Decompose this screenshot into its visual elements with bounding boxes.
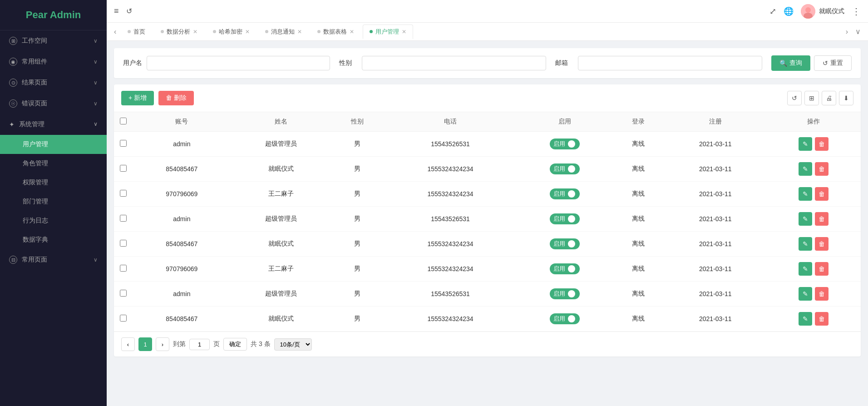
edit-button[interactable]: ✎: [799, 137, 812, 151]
goto-page-input[interactable]: [189, 339, 210, 350]
page-size-select[interactable]: 10条/页 20条/页 50条/页: [274, 338, 312, 351]
add-button[interactable]: + 新增: [121, 91, 154, 105]
sidebar-item-error-pages[interactable]: ☉ 错误页面 ∨: [0, 93, 107, 114]
row-name: 超级管理员: [232, 132, 331, 157]
goto-confirm-button[interactable]: 确定: [223, 338, 247, 351]
sidebar-item-result-pages[interactable]: ⊙ 结果页面 ∨: [0, 72, 107, 93]
row-checkbox[interactable]: [120, 215, 127, 222]
tab-label: 消息通知: [271, 28, 295, 36]
sidebar-item-user-management[interactable]: 用户管理: [0, 135, 107, 154]
tab-data-table[interactable]: 数据表格 ✕: [311, 25, 361, 39]
tab-close-button[interactable]: ✕: [193, 29, 197, 35]
email-input[interactable]: [578, 56, 762, 70]
tab-message-notify[interactable]: 消息通知 ✕: [258, 25, 309, 39]
fullscreen-button[interactable]: ⤢: [769, 6, 776, 16]
globe-button[interactable]: 🌐: [784, 6, 794, 16]
sidebar-item-common-components[interactable]: ◉ 常用组件 ∨: [0, 51, 107, 72]
delete-button[interactable]: 🗑: [815, 287, 829, 301]
row-name: 王二麻子: [232, 182, 331, 207]
delete-button[interactable]: 🗑: [815, 137, 829, 151]
username-input[interactable]: [147, 56, 330, 70]
status-label: 启用: [553, 140, 565, 148]
row-gender: 男: [330, 132, 384, 157]
tabs-prev-button[interactable]: ‹: [110, 28, 120, 36]
pagination-prev-button[interactable]: ‹: [121, 337, 135, 351]
more-options-button[interactable]: ⋮: [852, 6, 861, 17]
user-menu[interactable]: 就眠仪式: [801, 4, 844, 19]
menu-toggle-button[interactable]: ≡: [114, 6, 119, 16]
row-checkbox[interactable]: [120, 165, 127, 172]
status-toggle[interactable]: 启用: [550, 238, 580, 249]
data-table: 账号 姓名 性别 电话 启用 登录 注册 操作 admin 超级管理员 男: [114, 112, 861, 332]
refresh-table-button[interactable]: ↺: [787, 91, 802, 105]
delete-button[interactable]: 🗑: [815, 262, 829, 276]
row-checkbox[interactable]: [120, 290, 127, 297]
row-checkbox[interactable]: [120, 190, 127, 197]
print-button[interactable]: 🖨: [822, 91, 836, 105]
column-settings-button[interactable]: ⊞: [804, 91, 819, 105]
tab-close-button[interactable]: ✕: [402, 29, 406, 35]
edit-button[interactable]: ✎: [799, 162, 812, 176]
edit-button[interactable]: ✎: [799, 262, 812, 276]
status-toggle[interactable]: 启用: [550, 139, 580, 149]
sidebar-item-workspace[interactable]: ⊞ 工作空间 ∨: [0, 30, 107, 51]
col-gender: 性别: [330, 112, 384, 132]
row-login: 离线: [612, 257, 665, 282]
edit-button[interactable]: ✎: [799, 287, 812, 301]
search-button[interactable]: 🔍 查询: [771, 55, 810, 71]
tab-hash-encrypt[interactable]: 哈希加密 ✕: [206, 25, 256, 39]
export-button[interactable]: ⬇: [839, 91, 853, 105]
row-gender: 男: [330, 257, 384, 282]
search-icon: 🔍: [779, 59, 787, 67]
sidebar-logo: Pear Admin: [0, 0, 107, 30]
tab-data-analysis[interactable]: 数据分析 ✕: [154, 25, 204, 39]
row-checkbox[interactable]: [120, 265, 127, 272]
tabs-next-button[interactable]: ›: [842, 28, 852, 36]
sidebar-item-common-pages[interactable]: ⊟ 常用页面 ∨: [0, 249, 107, 270]
tab-close-button[interactable]: ✕: [245, 29, 250, 35]
bulk-delete-button[interactable]: 🗑 删除: [158, 91, 194, 105]
edit-button[interactable]: ✎: [799, 212, 812, 226]
sidebar-item-data-dict[interactable]: 数据字典: [0, 230, 107, 249]
delete-button[interactable]: 🗑: [815, 187, 829, 201]
status-toggle[interactable]: 启用: [550, 213, 580, 224]
row-checkbox[interactable]: [120, 315, 127, 322]
edit-button[interactable]: ✎: [799, 237, 812, 251]
reset-button[interactable]: ↺ 重置: [814, 55, 852, 71]
row-login: 离线: [612, 157, 665, 182]
tab-home[interactable]: 首页: [121, 25, 152, 39]
tab-close-button[interactable]: ✕: [350, 29, 354, 35]
sidebar-item-behavior-log[interactable]: 行为日志: [0, 211, 107, 230]
status-toggle[interactable]: 启用: [550, 263, 580, 274]
edit-button[interactable]: ✎: [799, 312, 812, 326]
row-checkbox[interactable]: [120, 240, 127, 247]
refresh-button[interactable]: ↺: [126, 7, 132, 15]
row-status: 启用: [517, 307, 612, 332]
row-account: 970796069: [132, 182, 232, 207]
delete-button[interactable]: 🗑: [815, 212, 829, 226]
delete-button[interactable]: 🗑: [815, 312, 829, 326]
pagination-next-button[interactable]: ›: [156, 337, 169, 351]
tab-label: 哈希加密: [219, 28, 242, 36]
pagination-page-1[interactable]: 1: [138, 337, 152, 351]
tab-user-management[interactable]: 用户管理 ✕: [363, 25, 413, 39]
sidebar-item-role-management[interactable]: 角色管理: [0, 154, 107, 173]
table-row: admin 超级管理员 男 15543526531 启用 离线 2021-03-…: [114, 282, 861, 307]
status-toggle[interactable]: 启用: [550, 313, 580, 324]
sidebar-item-system-management[interactable]: ✦ 系统管理 ∧: [0, 114, 107, 135]
status-toggle[interactable]: 启用: [550, 163, 580, 174]
sidebar-item-permission-management[interactable]: 权限管理: [0, 173, 107, 192]
col-phone: 电话: [384, 112, 517, 132]
edit-button[interactable]: ✎: [799, 187, 812, 201]
sidebar-item-department-management[interactable]: 部门管理: [0, 192, 107, 211]
status-toggle[interactable]: 启用: [550, 288, 580, 299]
delete-button[interactable]: 🗑: [815, 237, 829, 251]
tabs-dropdown-button[interactable]: ∨: [852, 27, 864, 36]
table-row: 970796069 王二麻子 男 1555324324234 启用 离线 202…: [114, 257, 861, 282]
delete-button[interactable]: 🗑: [815, 162, 829, 176]
tab-close-button[interactable]: ✕: [297, 29, 302, 35]
status-toggle[interactable]: 启用: [550, 188, 580, 199]
row-checkbox[interactable]: [120, 140, 127, 147]
select-all-checkbox[interactable]: [120, 118, 127, 124]
gender-input[interactable]: [362, 56, 546, 70]
